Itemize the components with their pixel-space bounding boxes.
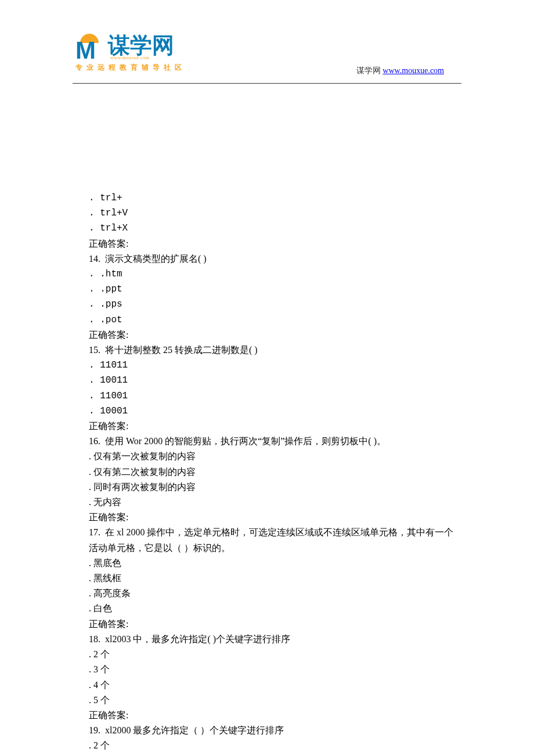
header-link-label: 谋学网 — [356, 66, 383, 75]
header-divider — [73, 83, 461, 84]
text-line: 正确答案: — [89, 236, 459, 251]
header-link-area: 谋学网 www.mouxue.com — [356, 66, 444, 76]
document-body: . trl+. trl+V. trl+X正确答案:14. 演示文稿类型的扩展名(… — [0, 84, 534, 756]
text-line: . 10011 — [89, 373, 459, 388]
text-line: . 高亮度条 — [89, 586, 459, 601]
text-line: . .pps — [89, 297, 459, 312]
text-line: . .htm — [89, 267, 459, 282]
logo-tagline: 专业远程教育辅导社区 — [75, 63, 186, 73]
text-line: 正确答案: — [89, 617, 459, 632]
text-line: . 同时有两次被复制的内容 — [89, 480, 459, 495]
text-line: 正确答案: — [89, 327, 459, 343]
text-line: . .ppt — [89, 282, 459, 297]
text-line: . 5 个 — [89, 693, 459, 708]
text-line: . trl+ — [89, 190, 459, 206]
text-line: 15. 将十进制整数 25 转换成二进制数是( ) — [89, 343, 459, 358]
logo-text: 谋学网 — [108, 34, 174, 56]
text-line: . 无内容 — [89, 495, 459, 510]
text-line: . 4 个 — [89, 678, 459, 693]
logo-icon: M — [75, 34, 103, 60]
text-line: 14. 演示文稿类型的扩展名( ) — [89, 251, 459, 267]
text-line: . 黑底色 — [89, 556, 459, 571]
text-line: 正确答案: — [89, 510, 459, 525]
text-line: . 仅有第一次被复制的内容 — [89, 449, 459, 464]
text-line: . trl+X — [89, 221, 459, 236]
text-line: 正确答案: — [89, 419, 459, 434]
text-line: 16. 使用 Wor 2000 的智能剪贴，执行两次“复制”操作后，则剪切板中(… — [89, 434, 459, 449]
page-header: M 谋学网 www.mouxue.com 专业远程教育辅导社区 谋学网 www.… — [0, 0, 534, 84]
header-link[interactable]: www.mouxue.com — [383, 66, 444, 75]
text-line: . 10001 — [89, 404, 459, 419]
text-line: . 2 个 — [89, 738, 459, 753]
text-line: . 黑线框 — [89, 571, 459, 586]
text-line: . 2 个 — [89, 647, 459, 662]
text-line: . 仅有第二次被复制的内容 — [89, 465, 459, 480]
text-line: . 3 个 — [89, 662, 459, 677]
text-line: . trl+V — [89, 206, 459, 221]
text-line: . .pot — [89, 312, 459, 327]
text-line: 17. 在 xl 2000 操作中，选定单元格时，可选定连续区域或不连续区域单元… — [89, 525, 459, 555]
text-line: 正确答案: — [89, 708, 459, 723]
text-line: 19. xl2000 最多允许指定（ ）个关键字进行排序 — [89, 723, 459, 738]
text-line: . 11011 — [89, 358, 459, 373]
site-logo: M 谋学网 www.mouxue.com 专业远程教育辅导社区 — [75, 34, 186, 73]
text-line: 18. xl2003 中，最多允许指定( )个关键字进行排序 — [89, 632, 459, 647]
text-line: . 白色 — [89, 601, 459, 616]
text-line: . 11001 — [89, 388, 459, 404]
text-line: . 3 个 — [89, 754, 459, 756]
